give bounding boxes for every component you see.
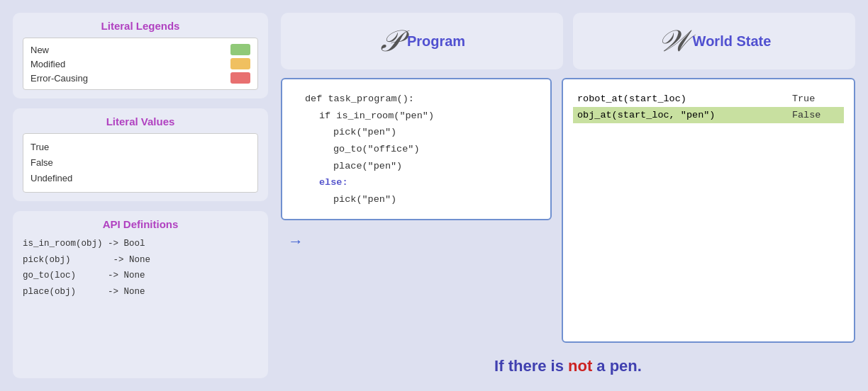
api-code-block: is_in_room(obj) -> Bool pick(obj) -> Non… <box>23 236 258 300</box>
legend-label-error: Error-Causing <box>30 73 88 84</box>
api-sig-3: go_to(loc) <box>23 271 103 280</box>
value-undefined: Undefined <box>30 171 250 186</box>
world-header: 𝒲 World State <box>573 13 855 69</box>
program-script-icon: 𝒫 <box>379 26 400 56</box>
code-line-3: pick("pen") <box>333 124 542 141</box>
world-row-1: robot_at(start_loc) True <box>573 91 844 107</box>
program-header-label: Program <box>407 33 465 50</box>
legend-color-error <box>230 72 250 84</box>
values-list: True False Undefined <box>30 140 250 186</box>
values-title: Literal Values <box>23 115 258 128</box>
api-row-1: is_in_room(obj) -> Bool <box>23 236 258 252</box>
program-header: 𝒫 Program <box>281 13 563 69</box>
code-line-1: def task_program(): <box>305 91 542 108</box>
else-arrow-indicator: → <box>288 232 304 251</box>
api-row-2: pick(obj) -> None <box>23 252 258 268</box>
world-val-1: True <box>778 91 844 107</box>
right-panel: 𝒫 Program 𝒲 World State def task_program… <box>281 13 855 378</box>
middle-row: def task_program(): if is_in_room("pen")… <box>281 78 855 343</box>
value-false: False <box>30 155 250 171</box>
legend-section: Literal Legends New Modified Error-Causi… <box>13 13 268 98</box>
legend-row-new: New <box>30 44 250 55</box>
caption-row: If there is not a pen. <box>281 351 855 378</box>
code-line-5: place("pen") <box>333 158 542 175</box>
legend-color-modified <box>230 58 250 69</box>
code-line-7: pick("pen") <box>333 191 542 208</box>
code-block: def task_program(): if is_in_room("pen")… <box>291 91 542 208</box>
world-box: robot_at(start_loc) True obj_at(start_lo… <box>562 78 855 343</box>
program-outer: def task_program(): if is_in_room("pen")… <box>281 78 552 343</box>
left-panel: Literal Legends New Modified Error-Causi… <box>13 13 268 378</box>
legend-row-modified: Modified <box>30 58 250 69</box>
legend-title: Literal Legends <box>23 20 258 32</box>
code-line-2: if is_in_room("pen") <box>319 108 542 125</box>
legend-row-error: Error-Causing <box>30 72 250 84</box>
world-row-2: obj_at(start_loc, "pen") False <box>573 107 844 123</box>
api-title: API Definitions <box>23 218 258 230</box>
caption-before: If there is <box>494 357 568 375</box>
values-section: Literal Values True False Undefined <box>13 108 268 201</box>
caption-not: not <box>568 357 592 375</box>
caption-after: a pen. <box>592 357 642 375</box>
legend-label-modified: Modified <box>30 59 65 69</box>
program-box: def task_program(): if is_in_room("pen")… <box>281 78 552 220</box>
legend-color-new <box>230 44 250 55</box>
api-section: API Definitions is_in_room(obj) -> Bool … <box>13 211 268 378</box>
code-line-6: else: <box>319 174 542 191</box>
values-inner: True False Undefined <box>23 133 258 193</box>
world-pred-1: robot_at(start_loc) <box>573 91 778 107</box>
api-sig-4: place(obj) <box>23 287 103 297</box>
api-sig-1: is_in_room(obj) <box>23 239 103 249</box>
api-row-4: place(obj) -> None <box>23 284 258 300</box>
header-row: 𝒫 Program 𝒲 World State <box>281 13 855 69</box>
legend-label-new: New <box>30 45 49 55</box>
world-table: robot_at(start_loc) True obj_at(start_lo… <box>573 91 844 123</box>
world-script-icon: 𝒲 <box>657 26 686 56</box>
value-true: True <box>30 140 250 155</box>
world-header-label: World State <box>693 33 772 50</box>
api-row-3: go_to(loc) -> None <box>23 268 258 284</box>
world-val-2: False <box>778 107 844 123</box>
legend-inner: New Modified Error-Causing <box>23 38 258 90</box>
code-line-4: go_to("office") <box>333 141 542 158</box>
world-pred-2: obj_at(start_loc, "pen") <box>573 107 778 123</box>
api-sig-2: pick(obj) <box>23 255 108 265</box>
